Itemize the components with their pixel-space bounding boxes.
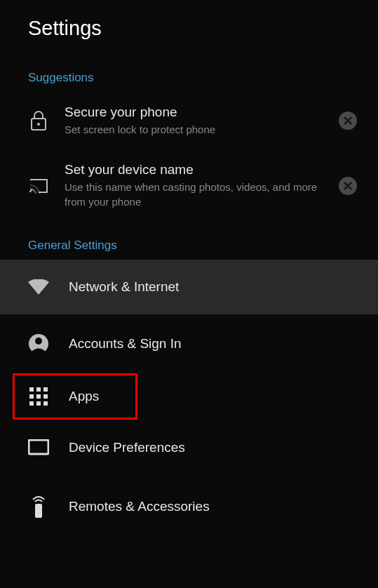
close-icon: [339, 112, 357, 130]
remote-icon: [28, 495, 49, 518]
suggestion-subtitle: Use this name when casting photos, video…: [65, 180, 322, 209]
svg-rect-16: [35, 504, 42, 518]
svg-rect-11: [43, 394, 48, 399]
settings-item-device-preferences[interactable]: Device Preferences: [0, 420, 378, 476]
svg-rect-14: [43, 401, 48, 406]
svg-rect-6: [29, 387, 34, 392]
settings-label: Device Preferences: [69, 440, 185, 455]
account-icon: [28, 334, 49, 354]
cast-icon: [28, 178, 49, 194]
settings-item-network[interactable]: Network & Internet: [0, 260, 378, 314]
settings-item-accounts[interactable]: Accounts & Sign In: [0, 314, 378, 373]
settings-item-remotes[interactable]: Remotes & Accessories: [0, 476, 378, 537]
svg-rect-7: [36, 387, 41, 392]
suggestion-title: Secure your phone: [65, 105, 322, 120]
page-header: Settings: [0, 0, 378, 54]
apps-icon: [28, 387, 49, 406]
suggestion-subtitle: Set screen lock to protect phone: [65, 123, 322, 137]
svg-rect-9: [29, 394, 34, 399]
settings-label: Apps: [69, 389, 99, 404]
lock-icon: [28, 111, 49, 131]
settings-label: Remotes & Accessories: [69, 499, 210, 514]
svg-rect-15: [29, 440, 48, 454]
dismiss-button[interactable]: [337, 175, 358, 196]
suggestion-content: Secure your phone Set screen lock to pro…: [65, 105, 322, 137]
svg-point-1: [37, 123, 40, 126]
svg-rect-10: [36, 394, 41, 399]
wifi-icon: [28, 279, 49, 295]
suggestion-device-name[interactable]: Set your device name Use this name when …: [0, 149, 378, 222]
monitor-icon: [28, 439, 49, 456]
settings-label: Accounts & Sign In: [69, 336, 182, 352]
close-icon: [339, 177, 357, 195]
svg-rect-12: [29, 401, 34, 406]
section-header-general: General Settings: [0, 222, 378, 260]
page-title: Settings: [28, 17, 350, 40]
settings-item-apps[interactable]: Apps: [13, 373, 137, 420]
suggestion-secure-phone[interactable]: Secure your phone Set screen lock to pro…: [0, 92, 378, 149]
svg-rect-8: [43, 387, 48, 392]
settings-label: Network & Internet: [69, 279, 179, 295]
suggestion-title: Set your device name: [65, 162, 322, 178]
svg-point-5: [35, 338, 42, 345]
suggestion-content: Set your device name Use this name when …: [65, 162, 322, 209]
section-header-suggestions: Suggestions: [0, 54, 378, 92]
dismiss-button[interactable]: [337, 110, 358, 131]
svg-rect-13: [36, 401, 41, 406]
